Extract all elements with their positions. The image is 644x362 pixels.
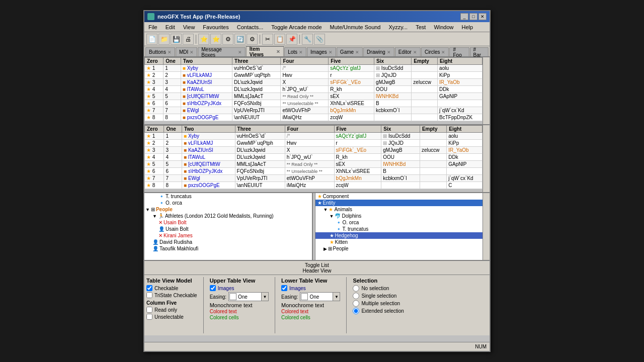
tree-item-usain-bolt-x[interactable]: ✕ Usain Bolt — [144, 219, 312, 226]
tab-circles[interactable]: Circles ✕ — [421, 47, 449, 56]
table-row[interactable]: ★ 4 4 ■ lTAWuL DL\uzkJqwid h`JPQ_wU` R_k… — [145, 86, 482, 93]
toolbar-btn-copy[interactable]: 📋 — [274, 34, 285, 45]
table-row[interactable]: ★ 3 3 ■ KaAZIUnSl DL\uzkJqwid X sF\FGk`_… — [145, 147, 482, 154]
tab-bar-tab[interactable]: # Bar — [470, 47, 489, 56]
toolbar-btn-settings[interactable]: ⚙ — [247, 34, 258, 45]
tab-editor[interactable]: Editor ✕ — [395, 47, 421, 56]
read-only-checkbox[interactable] — [146, 307, 152, 313]
menu-file[interactable]: File — [146, 24, 159, 31]
table-row[interactable]: ★ 1 1 ■ Xyby vuHnOeS`\d` /* sAQcYz`glafJ… — [145, 133, 482, 140]
tree-item-usain-bolt[interactable]: 👤 Usain Bolt — [144, 226, 312, 232]
tree-item-o-orca[interactable]: 🔹 O. orca — [144, 200, 312, 206]
toolbar-btn-extra2[interactable]: 📎 — [314, 34, 325, 45]
lower-table-scrollbar[interactable] — [482, 125, 490, 192]
menu-contacts[interactable]: Contacts... — [235, 24, 266, 31]
tree-item-component[interactable]: ★ Component — [315, 193, 483, 200]
menu-view[interactable]: View — [181, 24, 197, 31]
table-row[interactable]: ★ 2 2 ■ vLFlLkAMJ GwwMP`uqPtph Hwv r ⊞ J… — [145, 72, 482, 79]
tab-images[interactable]: Images ✕ — [307, 47, 336, 56]
tab-item-views[interactable]: Item Views ✕ — [246, 46, 284, 56]
toolbar-btn-open[interactable]: 📁 — [158, 34, 170, 45]
tree-item-o-orca-right[interactable]: 🔹 O. orca — [315, 219, 483, 226]
toolbar-btn-cut[interactable]: ✂ — [262, 34, 273, 45]
tree-item-dolphins[interactable]: ▼ 🐬 Dolphins — [315, 213, 483, 219]
menu-edit[interactable]: Edit — [164, 24, 177, 31]
upper-combo-arrow[interactable]: ▼ — [261, 293, 268, 301]
tree-item-animals[interactable]: ▼ ★ Animals — [315, 206, 483, 213]
table-row[interactable]: ★ 7 7 ■ EWgl VpUVeRrpJTl etWOuVFhP bQgJm… — [145, 107, 482, 114]
menu-favourites[interactable]: Favourites — [201, 24, 230, 31]
lower-combo-arrow[interactable]: ▼ — [333, 293, 340, 301]
close-button[interactable]: ✕ — [478, 13, 487, 20]
menu-arcade[interactable]: Toggle Arcade mode — [269, 24, 324, 31]
table-row[interactable]: ★ 5 5 ■ [cUlfQEITMtW MMLs[JaAcT ** Read … — [145, 93, 482, 100]
toolbar-btn-print[interactable]: 🖨 — [183, 34, 194, 45]
tree-item-david-rudisha[interactable]: 👤 David Rudisha — [144, 239, 312, 245]
tree-item-t-truncatus[interactable]: 🔹 T. truncatus — [144, 193, 312, 200]
tab-lots[interactable]: Lots ✕ — [284, 47, 306, 56]
toolbar-btn-star1[interactable]: ⭐ — [198, 34, 209, 45]
multiple-selection-radio[interactable] — [353, 300, 359, 307]
tab-game-close[interactable]: ✕ — [355, 50, 359, 55]
table-row[interactable]: ★ 6 6 ■ s\HbOZPyJKdx FQFoSNxlbj ** Unsel… — [145, 100, 482, 107]
toolbar-btn-extra1[interactable]: 🔧 — [302, 34, 313, 45]
toolbar-btn-star2[interactable]: ⭐ — [210, 34, 221, 45]
upper-images-checkbox[interactable] — [210, 285, 216, 291]
tab-game[interactable]: Game ✕ — [337, 47, 363, 56]
tree-item-entity[interactable]: ★ Entity — [315, 200, 483, 206]
upper-easing-combo[interactable]: One ▼ — [228, 292, 269, 301]
tab-drawing-close[interactable]: ✕ — [387, 50, 391, 55]
lower-images-checkbox[interactable] — [281, 285, 287, 291]
single-selection-radio[interactable] — [353, 293, 359, 299]
tree-scrollbar[interactable] — [482, 193, 490, 260]
table-row[interactable]: ★ 5 5 ■ [cUlfQEITMtW MMLs[JaAcT ** Read … — [145, 161, 482, 168]
table-row[interactable]: ★ 3 3 ■ KaAZIUnSl DL\uzkJqwid X sF\FGk`_… — [145, 79, 482, 86]
table-row[interactable]: ★ 2 2 ■ vLFlLkAMJ GwwMP`uqPtph Hwv r ⊞ J… — [145, 140, 482, 147]
extended-selection-radio[interactable] — [353, 308, 359, 314]
tab-images-close[interactable]: ✕ — [329, 50, 333, 55]
tristate-checkbox[interactable] — [146, 292, 152, 298]
tab-foo[interactable]: # Foo — [449, 47, 469, 56]
tab-lots-close[interactable]: ✕ — [299, 50, 303, 55]
toolbar-btn-save[interactable]: 💾 — [171, 34, 182, 45]
tree-item-people[interactable]: ▼ ⊞ People — [144, 206, 312, 213]
tree-item-athletes[interactable]: ▼ 🏃 Athletes (London 2012 Gold Medalists… — [144, 213, 312, 219]
table-row[interactable]: ★ 6 6 ■ s\HbOZPyJKdx FQFoSNxlbj ** Unsel… — [145, 168, 482, 175]
tab-message-boxes-close[interactable]: ✕ — [238, 50, 242, 55]
tree-item-kirani-james[interactable]: ✕ Kirani James — [144, 232, 312, 239]
tab-drawing[interactable]: Drawing ✕ — [363, 47, 394, 56]
menu-mute[interactable]: Mute/Unmute Sound — [328, 24, 383, 31]
toggle-bar[interactable]: Toggle List Header View — [144, 261, 490, 275]
table-row[interactable]: ★ 4 4 ■ lTAWuL DL\uzkJqwid h`JPQ_wU` R_k… — [145, 154, 482, 161]
table-row[interactable]: ★ 1 1 ■ Xyby vuHnOeS`\d` /* sAQcYz`glafJ… — [145, 65, 482, 72]
toolbar-btn-refresh[interactable]: 🔄 — [234, 34, 246, 45]
tree-item-t-truncatus-right[interactable]: 🔹 T. truncatus — [315, 226, 483, 232]
tree-item-hedgehog[interactable]: ★ Hedgehog — [315, 232, 483, 239]
lower-easing-combo[interactable]: One ▼ — [300, 292, 340, 301]
tab-buttons[interactable]: Buttons ✕ — [145, 47, 175, 56]
toolbar-btn-gear[interactable]: ⚙ — [222, 34, 233, 45]
tab-circles-close[interactable]: ✕ — [441, 50, 445, 55]
menu-test[interactable]: Test — [414, 24, 428, 31]
table-row[interactable]: ★ 7 7 ■ EWgl VpUVeRrpJTl etWOuVFhP bQgJm… — [145, 175, 482, 182]
tab-item-views-close[interactable]: ✕ — [276, 49, 280, 54]
table-row[interactable]: ★ 8 8 ■ pxzsOOGPgE \anNEUIUT iMaiQHz zcq… — [145, 114, 482, 121]
tab-mdi[interactable]: MDI ✕ — [176, 47, 197, 56]
minimize-button[interactable]: _ — [460, 13, 468, 20]
menu-xyzzy[interactable]: Xyzzy... — [386, 24, 410, 31]
no-selection-radio[interactable] — [353, 285, 359, 292]
tree-item-people-right[interactable]: ▶ ⊞ People — [315, 245, 483, 252]
tree-item-kitten[interactable]: ★ Kitten — [315, 239, 483, 245]
tab-message-boxes[interactable]: Message Boxes ✕ — [198, 47, 246, 56]
toolbar-btn-paste[interactable]: 📌 — [286, 34, 297, 45]
table-row[interactable]: ★ 8 8 ■ pxzsOOGPgE \anNEUIUT iMaiQHz zcq… — [145, 182, 482, 189]
maximize-button[interactable]: □ — [469, 13, 477, 20]
toolbar-btn-new[interactable]: 📄 — [146, 34, 157, 45]
tree-item-taoufik[interactable]: 👤 Taoufik Makhloufi — [144, 245, 312, 252]
menu-help[interactable]: Help — [460, 24, 475, 31]
unselectable-checkbox[interactable] — [146, 314, 152, 320]
tab-mdi-close[interactable]: ✕ — [190, 50, 194, 55]
tab-editor-close[interactable]: ✕ — [413, 50, 417, 55]
tab-buttons-close[interactable]: ✕ — [168, 50, 172, 55]
upper-table-scrollbar[interactable] — [482, 57, 490, 124]
